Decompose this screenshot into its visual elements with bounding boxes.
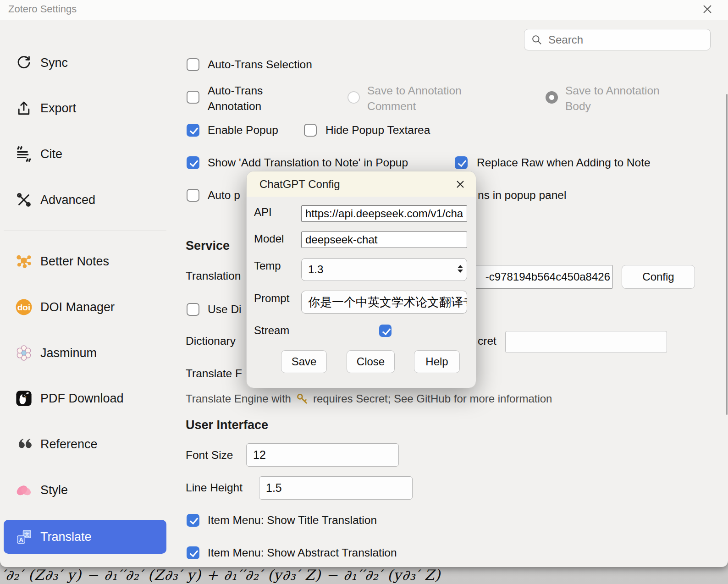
translate-forms-label-fragment: Translate F	[186, 367, 242, 380]
save-to-annotation-comment-label: Save to Annotation Comment	[367, 83, 486, 114]
sidebar-item-label: Jasminum	[40, 346, 97, 360]
advanced-icon	[15, 191, 33, 209]
auto-trans-annotation-checkbox[interactable]	[187, 91, 199, 104]
prompt-value: 你是一个中英文学术论文翻译专家	[308, 294, 467, 310]
user-interface-section-header: User Interface	[186, 418, 268, 432]
use-dictionary-checkbox[interactable]	[187, 303, 199, 316]
screen: ′∂₂′ (Z∂₃′ y) − ∂₁′′∂₂′ (Z∂₃′ y) + ∂₁′′∂…	[0, 0, 728, 584]
sidebar-item-jasminum[interactable]: Jasminum	[4, 336, 166, 370]
sidebar-item-advanced[interactable]: Advanced	[4, 183, 166, 217]
sidebar-item-label: DOI Manager	[40, 300, 115, 314]
service-section-header: Service	[186, 239, 230, 253]
sidebar-item-pdf-download[interactable]: PDF Download	[4, 381, 166, 415]
auto-play-label-left: Auto p	[208, 189, 240, 202]
line-height-input[interactable]	[259, 476, 413, 500]
sidebar-item-doi-manager[interactable]: doi DOI Manager	[4, 290, 166, 324]
line-height-label: Line Height	[186, 481, 243, 494]
chatgpt-config-dialog: ChatGPT Config API Model Temp 1.3 Prompt…	[246, 171, 476, 388]
item-menu-title-label: Item Menu: Show Title Translation	[208, 514, 377, 527]
stream-label: Stream	[254, 324, 289, 337]
key-icon	[296, 392, 309, 405]
sidebar-item-label: Translate	[40, 530, 92, 544]
replace-raw-checkbox[interactable]	[455, 156, 468, 169]
reference-icon	[15, 435, 33, 453]
dialog-close-icon[interactable]	[454, 178, 467, 193]
sidebar-item-label: Export	[40, 101, 76, 116]
item-menu-abstract-checkbox[interactable]	[187, 546, 199, 559]
api-input[interactable]	[301, 205, 467, 222]
stream-checkbox[interactable]	[379, 325, 392, 337]
auto-play-label-right: ns in popup panel	[478, 189, 566, 202]
config-button[interactable]: Config	[622, 265, 695, 289]
search-icon	[531, 34, 543, 46]
save-to-annotation-comment-radio[interactable]	[347, 91, 360, 104]
auto-play-checkbox[interactable]	[187, 189, 199, 202]
svg-text:A: A	[19, 536, 23, 543]
use-dictionary-label-fragment: Use Di	[208, 303, 242, 316]
sidebar-item-label: Reference	[40, 437, 98, 452]
api-label: API	[254, 206, 272, 219]
secret-label-fragment: cret	[478, 335, 496, 347]
engine-note-prefix: Translate Engine with	[186, 392, 291, 405]
auto-trans-selection-label: Auto-Trans Selection	[208, 58, 312, 71]
sidebar-item-label: Better Notes	[40, 254, 109, 269]
temp-stepper[interactable]	[458, 265, 463, 273]
enable-popup-checkbox[interactable]	[187, 124, 199, 137]
sidebar-item-style[interactable]: Style	[4, 473, 166, 507]
auto-trans-annotation-label: Auto-Trans Annotation	[208, 83, 309, 114]
window-title: Zotero Settings	[8, 3, 77, 15]
sidebar-item-label: PDF Download	[40, 391, 124, 406]
search-box[interactable]	[524, 29, 711, 50]
dialog-title: ChatGPT Config	[259, 178, 340, 191]
replace-raw-label: Replace Raw when Adding to Note	[477, 156, 651, 169]
pdf-download-icon	[15, 389, 33, 408]
window-titlebar	[0, 0, 728, 20]
prompt-label: Prompt	[254, 292, 289, 305]
cite-icon	[15, 145, 33, 163]
prompt-input[interactable]: 你是一个中英文学术论文翻译专家	[301, 291, 467, 314]
temp-input[interactable]: 1.3	[301, 258, 467, 281]
sidebar-item-label: Cite	[40, 147, 62, 161]
sidebar-item-export[interactable]: Export	[4, 91, 166, 125]
style-icon	[15, 481, 33, 499]
hide-popup-textarea-checkbox[interactable]	[304, 124, 317, 137]
background-formula: ′∂₂′ (Z∂₃′ y) − ∂₁′′∂₂′ (Z∂₃′ y) + ∂₁′′∂…	[2, 567, 441, 583]
close-button[interactable]: Close	[347, 350, 395, 373]
help-button[interactable]: Help	[414, 350, 460, 373]
sidebar-item-sync[interactable]: Sync	[4, 46, 166, 80]
translation-label: Translation	[186, 270, 241, 282]
model-input[interactable]	[301, 231, 467, 248]
sidebar-item-reference[interactable]: Reference	[4, 427, 166, 461]
window-close-icon[interactable]	[701, 3, 714, 17]
svg-text:doi: doi	[17, 303, 31, 312]
save-to-annotation-body-radio[interactable]	[546, 91, 558, 104]
sidebar-item-label: Style	[40, 483, 68, 497]
sidebar-item-label: Advanced	[40, 193, 95, 207]
show-add-translation-label: Show 'Add Translation to Note' in Popup	[208, 156, 408, 169]
jasminum-icon	[15, 344, 33, 362]
engine-note: Translate Engine with requires Secret; S…	[186, 392, 552, 405]
sidebar-separator	[4, 231, 166, 231]
sidebar-item-label: Sync	[40, 56, 68, 70]
search-input[interactable]	[547, 33, 704, 47]
translate-icon: 文 A	[15, 528, 33, 546]
hide-popup-textarea-label: Hide Popup Textarea	[325, 124, 430, 137]
dictionary-label: Dictionary	[186, 335, 236, 347]
item-menu-title-checkbox[interactable]	[187, 514, 199, 527]
engine-note-suffix: requires Secret; See GitHub for more inf…	[313, 392, 552, 405]
font-size-input[interactable]	[246, 443, 399, 467]
dictionary-secret-input[interactable]	[505, 331, 667, 353]
sidebar-item-translate[interactable]: 文 A Translate	[4, 520, 166, 554]
item-menu-abstract-label: Item Menu: Show Abstract Translation	[208, 546, 397, 559]
sidebar-item-better-notes[interactable]: Better Notes	[4, 244, 166, 278]
model-label: Model	[254, 232, 284, 245]
scrollbar[interactable]	[726, 94, 728, 415]
enable-popup-label: Enable Popup	[208, 124, 278, 137]
save-button[interactable]: Save	[281, 350, 327, 373]
sidebar-item-cite[interactable]: Cite	[4, 137, 166, 171]
auto-trans-selection-checkbox[interactable]	[187, 58, 199, 71]
show-add-translation-checkbox[interactable]	[187, 156, 199, 169]
export-icon	[15, 99, 33, 117]
sync-icon	[15, 54, 33, 72]
save-to-annotation-body-label: Save to Annotation Body	[565, 83, 684, 114]
